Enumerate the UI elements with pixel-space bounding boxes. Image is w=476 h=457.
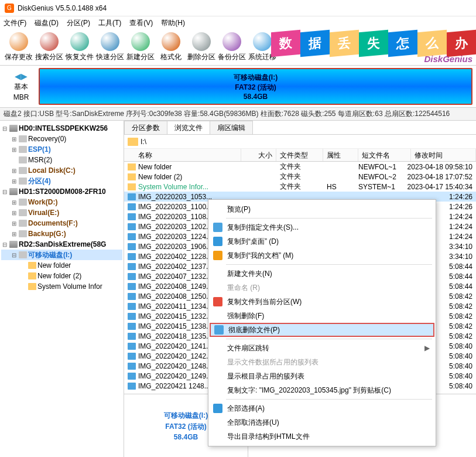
tree-twisty[interactable]: ⊞ [11,178,18,185]
decor-tile: 据 [300,30,330,57]
context-menu-item[interactable]: 复制到“桌面” (D) [210,234,434,248]
file-row[interactable]: New folder (2)文件夹NEWFOL~22023-04-18 17:0… [124,172,476,182]
tree-twisty[interactable]: ⊞ [11,146,18,153]
file-row[interactable]: System Volume Infor...文件夹HSSYSTEM~12023-… [124,182,476,192]
partition-icon [19,135,27,142]
toolbar-button[interactable]: 删除分区 [186,32,217,62]
tree-node[interactable]: ⊟可移动磁盘(I:) [1,250,122,260]
decor-tile: 数 [271,30,300,57]
toolbar-button[interactable]: 格式化 [156,32,186,62]
tree-node[interactable]: ⊞Local Disk(C:) [1,165,122,176]
context-menu-item[interactable]: 显示根目录占用的簇列表 [210,369,434,383]
context-menu-item[interactable]: 导出目录结构到HTML文件 [210,429,434,444]
toolbar-button[interactable]: 快速分区 [95,32,125,62]
tree-node[interactable]: System Volume Infor [1,281,122,292]
menu-item[interactable]: 分区(P) [67,18,90,28]
tree-node[interactable]: ⊟RD2:SanDiskExtreme(58G [1,239,122,250]
tree-node[interactable]: ⊞Backup(G:) [1,228,122,239]
tree-twisty[interactable]: ⊟ [11,252,18,258]
menu-separator [226,399,432,400]
folder-icon [28,283,36,290]
image-file-icon [128,283,136,290]
toolbar-icon [162,32,180,51]
context-menu-item[interactable]: 文件扇区跳转▶ [210,341,434,355]
tab[interactable]: 浏览文件 [167,121,210,134]
mbr-label: MBR [13,93,29,101]
menu-item-icon [213,237,222,246]
image-file-icon [128,223,136,230]
tree-twisty[interactable]: ⊞ [11,231,18,237]
tree-twisty[interactable]: ⊟ [1,189,8,195]
menu-item-icon [213,251,222,260]
menu-item[interactable]: 文件(F) [4,18,26,28]
tree-twisty[interactable]: ⊞ [11,220,18,227]
disk-tree[interactable]: ⊟HD0:INTELSSDPEKKW256⊞Recovery(0)⊞ESP(1)… [0,121,124,457]
context-menu-item[interactable]: 彻底删除文件(P) [210,323,434,337]
toolbar-icon [70,32,89,51]
tree-twisty[interactable]: ⊟ [1,241,8,248]
col-mod[interactable]: 修改时间 [411,149,476,161]
context-menu[interactable]: 预览(P)复制到指定文件夹(S)...复制到“桌面” (D)复制到“我的文档” … [208,199,436,446]
tab[interactable]: 扇区编辑 [210,121,253,134]
toolbar-button[interactable]: 搜索分区 [34,32,64,62]
menu-item[interactable]: 工具(T) [98,18,121,28]
menu-item[interactable]: 帮助(H) [161,18,185,28]
disk-icon [9,241,18,248]
partition-box[interactable]: 可移动磁盘(I:) FAT32 (活动) 58.4GB [39,68,472,105]
context-menu-item[interactable]: 预览(P) [210,202,434,216]
tree-node[interactable]: ⊞Recovery(0) [1,134,122,144]
tree-twisty[interactable]: ⊞ [11,168,18,174]
tree-node[interactable]: New folder [1,260,122,271]
tree-node[interactable]: ⊟HD0:INTELSSDPEKKW256 [1,123,122,134]
toolbar-button[interactable]: 保存更改 [4,32,34,62]
context-menu-item[interactable]: 复制文字: "IMG_20220203_105345.jpg" 到剪贴板(C) [210,383,434,397]
toolbar-button[interactable]: 备份分区 [217,32,247,62]
col-attr[interactable]: 属性 [323,149,358,161]
tree-node[interactable]: ⊞Documents(F:) [1,218,122,228]
col-type[interactable]: 文件类型 [276,149,323,161]
folder-icon [28,272,36,279]
folder-icon [128,163,136,170]
col-name[interactable]: 名称 [124,149,241,161]
context-menu-item[interactable]: 全部选择(A) [210,401,434,415]
tree-twisty[interactable]: ⊞ [11,210,18,216]
tree-node[interactable]: ⊞ESP(1) [1,144,122,155]
nav-arrows[interactable]: ◀▶ [15,71,28,81]
partition-icon [19,167,27,174]
toolbar-button[interactable]: 恢复文件 [64,32,95,62]
partition-icon [19,146,27,153]
image-file-icon [128,313,136,320]
col-short[interactable]: 短文件名 [358,149,411,161]
brand-text: DiskGenius [424,54,472,64]
tree-twisty[interactable]: ⊞ [11,136,18,142]
context-menu-item[interactable]: 强制删除(F) [210,309,434,323]
tree-twisty[interactable]: ⊞ [11,199,18,206]
menu-item-icon [213,297,222,306]
file-list-header[interactable]: 名称 大小 文件类型 属性 短文件名 修改时间 [124,149,476,162]
partition-icon [19,178,27,185]
tree-node[interactable]: ⊟HD1:ST2000DM008-2FR10 [1,186,122,197]
app-icon: G [5,4,14,13]
tree-node[interactable]: ⊞Work(D:) [1,197,122,207]
col-size[interactable]: 大小 [241,149,276,161]
menu-item[interactable]: 查看(V) [129,18,153,28]
file-row[interactable]: New folder文件夹NEWFOL~12023-04-18 09:58:10 [124,162,476,172]
tree-node[interactable]: ⊞分区(4) [1,176,122,186]
menu-item[interactable]: 磁盘(D) [35,18,59,28]
tree-node[interactable]: MSR(2) [1,155,122,165]
context-menu-item[interactable]: 复制到“我的文档” (M) [210,248,434,262]
tree-node[interactable]: ⊞Virual(E:) [1,207,122,218]
folder-icon [128,138,138,146]
image-file-icon [128,343,136,350]
submenu-arrow: ▶ [424,344,430,352]
context-menu-item[interactable]: 复制文件到当前分区(W) [210,295,434,309]
image-file-icon [128,273,136,280]
tree-node[interactable]: New folder (2) [1,271,122,281]
partition-icon [19,230,27,237]
context-menu-item[interactable]: 全部取消选择(U) [210,415,434,429]
context-menu-item[interactable]: 新建文件夹(N) [210,267,434,281]
tree-twisty[interactable]: ⊟ [1,125,8,132]
toolbar-button[interactable]: 新建分区 [125,32,156,62]
tab[interactable]: 分区参数 [124,121,167,134]
context-menu-item[interactable]: 复制到指定文件夹(S)... [210,220,434,234]
